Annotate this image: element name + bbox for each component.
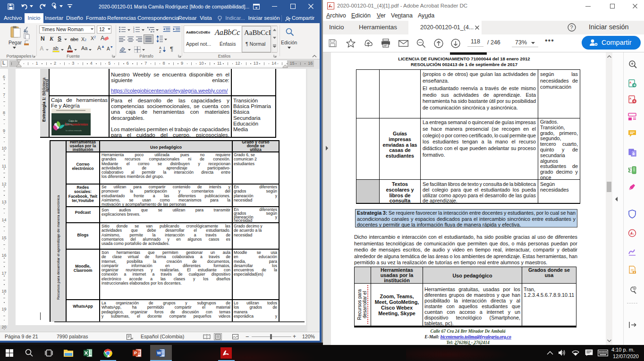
svg-text:P: P [134,351,137,355]
svg-text:W: W [157,351,161,355]
svg-text:A: A [159,46,161,50]
svg-text:?: ? [570,25,573,30]
svg-text:A: A [629,81,632,84]
svg-text:3: 3 [133,31,135,33]
svg-text:Z: Z [159,50,161,53]
svg-text:A: A [101,35,104,42]
svg-text:A: A [629,97,632,100]
